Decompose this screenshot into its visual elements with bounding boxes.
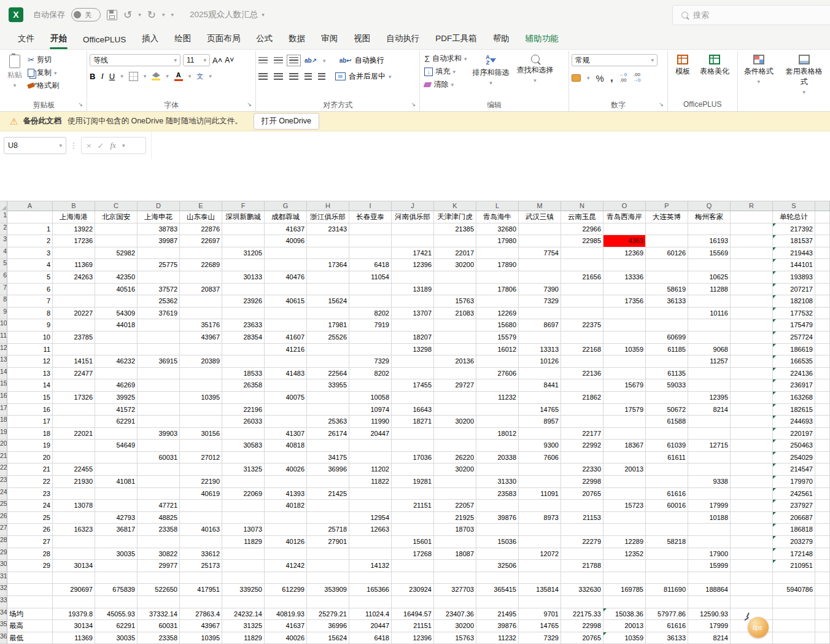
cell-S1[interactable]: 单轮总计 — [773, 211, 815, 223]
cell-H12[interactable] — [307, 344, 349, 356]
cell-C4[interactable]: 52982 — [95, 247, 138, 260]
cell-I20[interactable] — [349, 440, 392, 452]
cell-J22[interactable] — [392, 464, 434, 476]
cell-C18[interactable]: 62291 — [95, 416, 138, 428]
cell-P16[interactable] — [646, 392, 688, 404]
cell-O3[interactable]: 4363 — [603, 235, 646, 247]
formula-bar-expanded-area[interactable] — [0, 160, 830, 202]
cell-B6[interactable]: 24263 — [53, 271, 95, 284]
row-header-26[interactable]: 26 — [0, 512, 7, 524]
cell-B16[interactable]: 17326 — [53, 392, 95, 404]
cell-F32[interactable]: 339250 — [222, 584, 265, 596]
cell-P22[interactable] — [646, 464, 688, 476]
cell-E7[interactable]: 20837 — [180, 284, 222, 296]
cell-O24[interactable] — [603, 488, 646, 500]
cell-E13[interactable]: 20389 — [180, 355, 222, 368]
cell-B14[interactable]: 22477 — [53, 368, 95, 380]
cell-K6[interactable] — [434, 271, 476, 284]
cell-E8[interactable] — [180, 295, 222, 308]
cell-S23[interactable]: 179970 — [773, 476, 815, 488]
cell-B25[interactable]: 13078 — [53, 500, 95, 512]
cell-F30[interactable] — [222, 560, 265, 572]
cell-J19[interactable] — [392, 428, 434, 440]
save-icon[interactable] — [107, 10, 117, 20]
cell-K35[interactable]: 30200 — [434, 620, 476, 632]
cell-J36[interactable]: 12396 — [392, 632, 434, 644]
phonetic-chevron-icon[interactable]: ▾ — [209, 73, 212, 79]
cell-D2[interactable]: 38783 — [138, 223, 180, 236]
cell-L24[interactable]: 23583 — [476, 488, 519, 500]
cell-M28[interactable] — [519, 536, 561, 548]
cell-C8[interactable] — [95, 295, 138, 308]
cell-A8[interactable]: 7 — [7, 295, 53, 308]
cell-C1[interactable]: 北京国安 — [95, 211, 138, 223]
row-header-25[interactable]: 25 — [0, 500, 7, 512]
cell-E11[interactable]: 43967 — [180, 332, 222, 344]
cell-A1[interactable] — [7, 211, 53, 223]
cell-S22[interactable]: 214547 — [773, 464, 815, 476]
cell-J35[interactable]: 21151 — [392, 620, 434, 632]
cell-O17[interactable]: 17579 — [603, 404, 646, 416]
cell-D26[interactable]: 48825 — [138, 512, 180, 524]
cell-N13[interactable] — [561, 355, 603, 368]
cell-L28[interactable]: 15036 — [476, 536, 519, 548]
cell-H36[interactable]: 15624 — [307, 632, 349, 644]
cell-E29[interactable]: 33612 — [180, 548, 222, 561]
cell-L15[interactable] — [476, 379, 519, 392]
cell-G32[interactable]: 612299 — [265, 584, 307, 596]
cell-N10[interactable]: 22375 — [561, 319, 603, 332]
row-header-31[interactable]: 31 — [0, 572, 7, 584]
cell-D15[interactable] — [138, 379, 180, 392]
cell-G16[interactable]: 40075 — [265, 392, 307, 404]
cell-I12[interactable] — [349, 344, 392, 356]
cell-G25[interactable]: 40182 — [265, 500, 307, 512]
cell-H16[interactable] — [307, 392, 349, 404]
cell-A25[interactable]: 24 — [7, 500, 53, 512]
cell-H5[interactable]: 17364 — [307, 259, 349, 271]
cell-E28[interactable] — [180, 536, 222, 548]
cell-M35[interactable]: 14765 — [519, 620, 561, 632]
row-header-30[interactable]: 30 — [0, 560, 7, 572]
cell-O6[interactable]: 13336 — [603, 271, 646, 284]
cell-H14[interactable]: 22564 — [307, 368, 349, 380]
cell-K7[interactable] — [434, 284, 476, 296]
cell-E2[interactable]: 22876 — [180, 223, 222, 236]
cell-N11[interactable] — [561, 332, 603, 344]
cell-L36[interactable]: 11232 — [476, 632, 519, 644]
cell-I11[interactable] — [349, 332, 392, 344]
cell-K5[interactable]: 30200 — [434, 259, 476, 271]
cell-G9[interactable] — [265, 308, 307, 320]
fill-color-chevron-icon[interactable]: ▾ — [166, 73, 169, 79]
cell-D31[interactable] — [138, 572, 180, 584]
cell-S8[interactable]: 182108 — [773, 295, 815, 308]
clear-button[interactable]: 清除▾ — [422, 78, 468, 91]
cell-Q32[interactable]: 188864 — [688, 584, 731, 596]
cell-H7[interactable] — [307, 284, 349, 296]
cell-Q16[interactable]: 12395 — [688, 392, 731, 404]
cell-K4[interactable]: 22017 — [434, 247, 476, 260]
cell-J11[interactable]: 18207 — [392, 332, 434, 344]
accounting-chevron-icon[interactable]: ▾ — [587, 75, 590, 81]
cell-D23[interactable] — [138, 476, 180, 488]
cell-F24[interactable]: 22069 — [222, 488, 265, 500]
cell-S7[interactable]: 207217 — [773, 284, 815, 296]
cell-L1[interactable]: 青岛海牛 — [476, 211, 519, 223]
cell-P2[interactable] — [646, 223, 688, 236]
cell-R14[interactable] — [731, 368, 773, 380]
beautify-button[interactable]: 表格美化 — [696, 52, 733, 79]
cell-P24[interactable]: 61616 — [646, 488, 688, 500]
cell-B35[interactable]: 30134 — [53, 620, 95, 632]
row-header-3[interactable]: 3 — [0, 235, 7, 247]
cell-E32[interactable]: 417951 — [180, 584, 222, 596]
cell-I26[interactable]: 12954 — [349, 512, 392, 524]
cell-K21[interactable]: 26220 — [434, 452, 476, 464]
tab-数据[interactable]: 数据 — [281, 29, 313, 49]
fill-button[interactable]: ↓填充▾ — [422, 65, 468, 78]
cell-H3[interactable] — [307, 235, 349, 247]
cell-P4[interactable]: 60126 — [646, 247, 688, 260]
cell-G17[interactable] — [265, 404, 307, 416]
cell-B11[interactable]: 23785 — [53, 332, 95, 344]
cell-H1[interactable]: 浙江俱乐部 — [307, 211, 349, 223]
cell-I32[interactable]: 165366 — [349, 584, 392, 596]
formula-input[interactable] — [151, 131, 830, 160]
